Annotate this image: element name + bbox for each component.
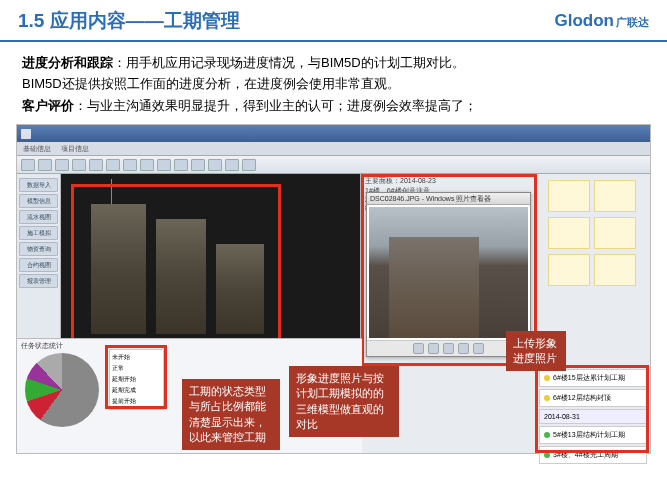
sticky-note[interactable] [548, 180, 590, 212]
sidebar-item[interactable]: 数据导入 [19, 178, 58, 192]
highlight-box [105, 345, 167, 409]
ribbon-toolbar [17, 156, 650, 174]
right-panel: 主要面板：2014-08-23 1#楼、6#楼创意注意 2014-08-23 1… [360, 174, 650, 453]
app-screenshot: 基础信息项目信息 数据导入 模型信息 流水视图 施工模拟 物资查询 合约视图 报… [16, 124, 651, 454]
slide-title: 1.5 应用内容——工期管理 [18, 8, 555, 34]
photo-window-title: DSC02846.JPG - Windows 照片查看器 [367, 193, 530, 205]
callout-compare: 形象进度照片与按计划工期模拟的的三维模型做直观的对比 [289, 366, 399, 438]
prev-icon[interactable] [413, 343, 424, 354]
rotate-icon[interactable] [458, 343, 469, 354]
pie-chart [25, 353, 99, 427]
slide-header: 1.5 应用内容——工期管理 Glodon广联达 [0, 0, 667, 42]
callout-upload: 上传形象进度照片 [506, 331, 566, 372]
play-icon[interactable] [428, 343, 439, 354]
menu-bar: 基础信息项目信息 [17, 142, 650, 156]
delete-icon[interactable] [473, 343, 484, 354]
app-icon [21, 129, 31, 139]
description-text: 进度分析和跟踪：用手机应用记录现场进度情况，与BIM5D的计划工期对比。 BIM… [0, 42, 667, 124]
task-list: 6#楼15层达累计划工期 6#楼12层结构封顶 2014-08-31 5#楼13… [539, 369, 647, 466]
ribbon-button[interactable] [21, 159, 35, 171]
highlight-box [71, 184, 281, 344]
pie-chart-panel: 任务状态统计 未开始 正常 延期开始 延期完成 提前开始 [17, 339, 172, 453]
sticky-notes [546, 178, 646, 289]
callout-pie: 工期的状态类型与所占比例都能清楚显示出来，以此来管控工期 [182, 379, 280, 451]
brand-logo: Glodon广联达 [555, 11, 649, 31]
highlight-box [535, 365, 649, 453]
window-titlebar [17, 125, 650, 142]
photo-body [369, 207, 528, 338]
next-icon[interactable] [443, 343, 454, 354]
site-photo [369, 207, 528, 338]
